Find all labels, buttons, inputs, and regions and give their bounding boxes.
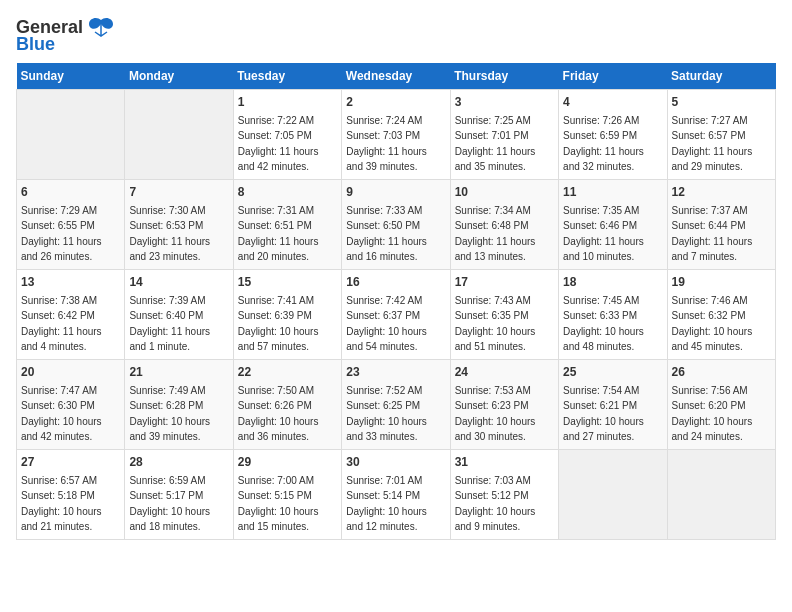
day-daylight: Daylight: 10 hours and 54 minutes.	[346, 326, 427, 352]
day-sunset: Sunset: 6:28 PM	[129, 400, 203, 411]
day-daylight: Daylight: 10 hours and 33 minutes.	[346, 416, 427, 442]
day-number: 26	[672, 364, 771, 381]
day-number: 15	[238, 274, 337, 291]
day-sunset: Sunset: 5:18 PM	[21, 490, 95, 501]
day-number: 3	[455, 94, 554, 111]
calendar-cell: 30Sunrise: 7:01 AMSunset: 5:14 PMDayligh…	[342, 450, 450, 540]
day-daylight: Daylight: 11 hours and 39 minutes.	[346, 146, 427, 172]
day-sunset: Sunset: 6:25 PM	[346, 400, 420, 411]
day-sunset: Sunset: 7:05 PM	[238, 130, 312, 141]
day-sunrise: Sunrise: 7:56 AM	[672, 385, 748, 396]
day-number: 8	[238, 184, 337, 201]
calendar-cell: 28Sunrise: 6:59 AMSunset: 5:17 PMDayligh…	[125, 450, 233, 540]
calendar-cell: 12Sunrise: 7:37 AMSunset: 6:44 PMDayligh…	[667, 180, 775, 270]
calendar-cell: 27Sunrise: 6:57 AMSunset: 5:18 PMDayligh…	[17, 450, 125, 540]
day-sunset: Sunset: 6:55 PM	[21, 220, 95, 231]
day-number: 16	[346, 274, 445, 291]
day-sunrise: Sunrise: 7:41 AM	[238, 295, 314, 306]
calendar-week-4: 20Sunrise: 7:47 AMSunset: 6:30 PMDayligh…	[17, 360, 776, 450]
calendar-table: SundayMondayTuesdayWednesdayThursdayFrid…	[16, 63, 776, 540]
day-daylight: Daylight: 11 hours and 26 minutes.	[21, 236, 102, 262]
day-sunset: Sunset: 7:03 PM	[346, 130, 420, 141]
day-daylight: Daylight: 10 hours and 39 minutes.	[129, 416, 210, 442]
day-daylight: Daylight: 11 hours and 20 minutes.	[238, 236, 319, 262]
day-daylight: Daylight: 11 hours and 23 minutes.	[129, 236, 210, 262]
weekday-header-thursday: Thursday	[450, 63, 558, 90]
day-sunrise: Sunrise: 7:29 AM	[21, 205, 97, 216]
day-sunset: Sunset: 6:37 PM	[346, 310, 420, 321]
day-daylight: Daylight: 11 hours and 13 minutes.	[455, 236, 536, 262]
day-daylight: Daylight: 10 hours and 9 minutes.	[455, 506, 536, 532]
day-number: 9	[346, 184, 445, 201]
calendar-cell: 21Sunrise: 7:49 AMSunset: 6:28 PMDayligh…	[125, 360, 233, 450]
day-sunrise: Sunrise: 7:00 AM	[238, 475, 314, 486]
calendar-cell: 20Sunrise: 7:47 AMSunset: 6:30 PMDayligh…	[17, 360, 125, 450]
day-number: 14	[129, 274, 228, 291]
calendar-cell: 15Sunrise: 7:41 AMSunset: 6:39 PMDayligh…	[233, 270, 341, 360]
day-sunset: Sunset: 6:53 PM	[129, 220, 203, 231]
calendar-cell	[125, 90, 233, 180]
day-sunset: Sunset: 6:33 PM	[563, 310, 637, 321]
day-sunrise: Sunrise: 7:49 AM	[129, 385, 205, 396]
day-number: 24	[455, 364, 554, 381]
calendar-cell: 1Sunrise: 7:22 AMSunset: 7:05 PMDaylight…	[233, 90, 341, 180]
day-sunrise: Sunrise: 7:25 AM	[455, 115, 531, 126]
day-sunset: Sunset: 6:23 PM	[455, 400, 529, 411]
day-sunset: Sunset: 6:32 PM	[672, 310, 746, 321]
calendar-week-2: 6Sunrise: 7:29 AMSunset: 6:55 PMDaylight…	[17, 180, 776, 270]
day-number: 2	[346, 94, 445, 111]
day-sunset: Sunset: 6:44 PM	[672, 220, 746, 231]
day-sunset: Sunset: 7:01 PM	[455, 130, 529, 141]
day-number: 27	[21, 454, 120, 471]
day-sunrise: Sunrise: 7:33 AM	[346, 205, 422, 216]
day-sunset: Sunset: 6:50 PM	[346, 220, 420, 231]
day-daylight: Daylight: 10 hours and 15 minutes.	[238, 506, 319, 532]
day-sunrise: Sunrise: 7:52 AM	[346, 385, 422, 396]
day-sunrise: Sunrise: 7:01 AM	[346, 475, 422, 486]
day-sunrise: Sunrise: 7:50 AM	[238, 385, 314, 396]
weekday-header-wednesday: Wednesday	[342, 63, 450, 90]
day-sunset: Sunset: 6:42 PM	[21, 310, 95, 321]
day-sunrise: Sunrise: 7:03 AM	[455, 475, 531, 486]
day-daylight: Daylight: 10 hours and 51 minutes.	[455, 326, 536, 352]
day-sunrise: Sunrise: 7:26 AM	[563, 115, 639, 126]
day-daylight: Daylight: 10 hours and 36 minutes.	[238, 416, 319, 442]
day-number: 25	[563, 364, 662, 381]
day-number: 22	[238, 364, 337, 381]
day-number: 13	[21, 274, 120, 291]
day-sunset: Sunset: 6:48 PM	[455, 220, 529, 231]
day-number: 6	[21, 184, 120, 201]
day-sunset: Sunset: 5:17 PM	[129, 490, 203, 501]
day-sunset: Sunset: 6:26 PM	[238, 400, 312, 411]
calendar-cell: 4Sunrise: 7:26 AMSunset: 6:59 PMDaylight…	[559, 90, 667, 180]
day-daylight: Daylight: 11 hours and 42 minutes.	[238, 146, 319, 172]
calendar-cell	[17, 90, 125, 180]
day-daylight: Daylight: 10 hours and 48 minutes.	[563, 326, 644, 352]
day-daylight: Daylight: 10 hours and 45 minutes.	[672, 326, 753, 352]
day-number: 4	[563, 94, 662, 111]
calendar-week-1: 1Sunrise: 7:22 AMSunset: 7:05 PMDaylight…	[17, 90, 776, 180]
day-sunrise: Sunrise: 7:35 AM	[563, 205, 639, 216]
weekday-header-saturday: Saturday	[667, 63, 775, 90]
day-daylight: Daylight: 10 hours and 30 minutes.	[455, 416, 536, 442]
calendar-cell: 22Sunrise: 7:50 AMSunset: 6:26 PMDayligh…	[233, 360, 341, 450]
day-number: 12	[672, 184, 771, 201]
day-sunset: Sunset: 5:14 PM	[346, 490, 420, 501]
calendar-cell: 13Sunrise: 7:38 AMSunset: 6:42 PMDayligh…	[17, 270, 125, 360]
day-daylight: Daylight: 10 hours and 21 minutes.	[21, 506, 102, 532]
weekday-header-monday: Monday	[125, 63, 233, 90]
day-sunrise: Sunrise: 7:31 AM	[238, 205, 314, 216]
calendar-cell: 29Sunrise: 7:00 AMSunset: 5:15 PMDayligh…	[233, 450, 341, 540]
day-number: 21	[129, 364, 228, 381]
day-daylight: Daylight: 11 hours and 32 minutes.	[563, 146, 644, 172]
day-sunset: Sunset: 6:51 PM	[238, 220, 312, 231]
day-sunrise: Sunrise: 7:30 AM	[129, 205, 205, 216]
logo-blue-text: Blue	[16, 34, 55, 55]
weekday-header-row: SundayMondayTuesdayWednesdayThursdayFrid…	[17, 63, 776, 90]
day-sunset: Sunset: 6:59 PM	[563, 130, 637, 141]
day-sunrise: Sunrise: 6:59 AM	[129, 475, 205, 486]
calendar-cell: 7Sunrise: 7:30 AMSunset: 6:53 PMDaylight…	[125, 180, 233, 270]
calendar-week-3: 13Sunrise: 7:38 AMSunset: 6:42 PMDayligh…	[17, 270, 776, 360]
day-sunrise: Sunrise: 7:45 AM	[563, 295, 639, 306]
day-number: 28	[129, 454, 228, 471]
